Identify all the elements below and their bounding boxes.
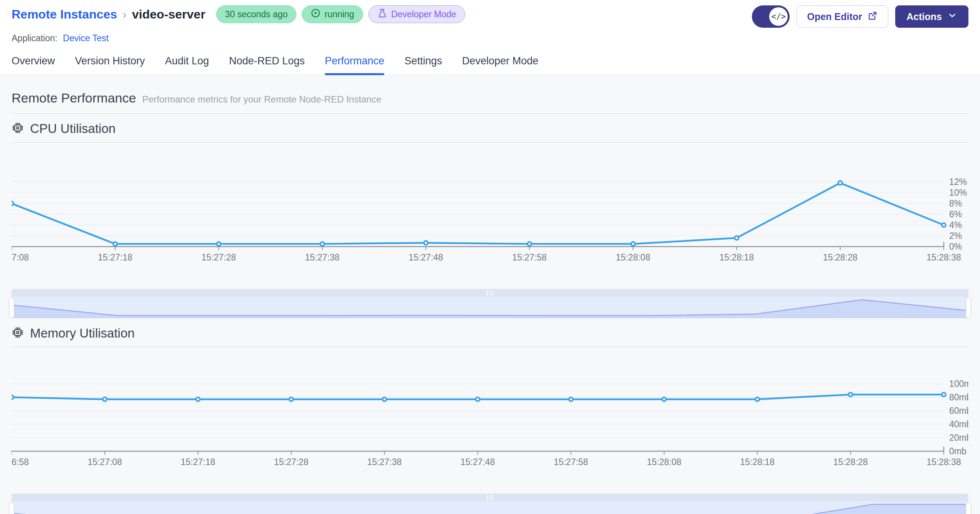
svg-text:15:28:08: 15:28:08 xyxy=(647,457,682,467)
grip-handle-icon xyxy=(487,291,488,296)
cpu-chip-icon xyxy=(12,122,24,136)
cpu-range-track[interactable] xyxy=(12,297,968,318)
grip-handle-icon xyxy=(489,291,491,296)
tab-performance[interactable]: Performance xyxy=(325,46,385,75)
memory-utilisation-chart: 15:26:5815:27:0815:27:1815:27:2815:27:38… xyxy=(12,351,968,467)
memory-section-header: Memory Utilisation xyxy=(12,326,968,341)
svg-text:15:27:28: 15:27:28 xyxy=(202,252,236,262)
svg-text:6%: 6% xyxy=(949,209,962,219)
memory-range-right-handle[interactable] xyxy=(966,502,971,514)
svg-text:15:28:38: 15:28:38 xyxy=(926,252,961,262)
instance-tabs: Overview Version History Audit Log Node-… xyxy=(0,46,980,75)
instance-header: Remote Instances › video-server 30 secon… xyxy=(0,0,980,46)
grip-handle-icon xyxy=(487,495,488,500)
cpu-section-header: CPU Utilisation xyxy=(12,121,968,136)
application-link[interactable]: Device Test xyxy=(63,33,108,43)
performance-panel: Remote Performance Performance metrics f… xyxy=(0,75,980,514)
memory-range-minimap xyxy=(12,501,968,514)
svg-text:100mb: 100mb xyxy=(949,379,968,389)
memory-range-drag-bar[interactable] xyxy=(12,494,968,501)
cpu-chart-range-slider[interactable] xyxy=(12,289,968,318)
svg-text:60mb: 60mb xyxy=(949,406,968,416)
svg-text:15:28:18: 15:28:18 xyxy=(740,457,775,467)
breadcrumb-remote-instances-link[interactable]: Remote Instances xyxy=(12,7,117,22)
svg-text:2%: 2% xyxy=(949,231,962,241)
developer-mode-toggle[interactable]: </> xyxy=(752,5,790,28)
svg-text:15:28:28: 15:28:28 xyxy=(823,252,857,262)
svg-text:15:28:38: 15:28:38 xyxy=(926,457,961,467)
page-title: Remote Performance xyxy=(12,91,136,106)
status-badges: 30 seconds ago running xyxy=(216,5,465,23)
tab-version-history[interactable]: Version History xyxy=(75,46,145,75)
tab-audit-log[interactable]: Audit Log xyxy=(165,46,209,75)
chevron-down-icon xyxy=(947,10,957,23)
svg-text:15:28:18: 15:28:18 xyxy=(719,252,754,262)
svg-text:15:27:58: 15:27:58 xyxy=(554,457,588,467)
svg-text:15:26:58: 15:26:58 xyxy=(12,457,29,467)
svg-text:8%: 8% xyxy=(949,198,962,208)
cpu-section-title: CPU Utilisation xyxy=(30,121,116,136)
svg-text:80mb: 80mb xyxy=(949,392,968,402)
memory-range-left-handle[interactable] xyxy=(9,502,14,514)
header-actions: </> Open Editor Actions xyxy=(752,5,968,28)
breadcrumb: Remote Instances › video-server xyxy=(12,7,205,22)
tab-settings[interactable]: Settings xyxy=(404,46,442,75)
application-label: Application: xyxy=(12,33,57,43)
svg-text:15:27:18: 15:27:18 xyxy=(181,457,215,467)
svg-text:15:27:58: 15:27:58 xyxy=(512,252,547,262)
play-circle-icon xyxy=(311,8,321,20)
divider xyxy=(12,113,968,114)
tab-node-red-logs[interactable]: Node-RED Logs xyxy=(229,46,305,75)
cpu-range-minimap xyxy=(12,297,968,318)
tab-overview[interactable]: Overview xyxy=(12,46,55,75)
cpu-utilisation-chart: 15:27:0815:27:1815:27:2815:27:3815:27:48… xyxy=(12,146,968,262)
memory-range-track[interactable] xyxy=(12,501,968,514)
divider xyxy=(12,142,968,143)
actions-button[interactable]: Actions xyxy=(895,5,968,28)
svg-text:0mb: 0mb xyxy=(949,446,967,456)
beaker-icon xyxy=(377,8,387,20)
memory-section-title: Memory Utilisation xyxy=(30,326,134,341)
tab-developer-mode[interactable]: Developer Mode xyxy=(462,46,538,75)
memory-chart-range-slider[interactable] xyxy=(12,494,968,514)
divider xyxy=(12,347,968,347)
svg-text:15:27:38: 15:27:38 xyxy=(305,252,340,262)
svg-text:15:28:28: 15:28:28 xyxy=(833,457,868,467)
svg-text:15:27:38: 15:27:38 xyxy=(367,457,402,467)
cpu-range-left-handle[interactable] xyxy=(9,297,14,318)
running-status-badge: running xyxy=(302,5,363,23)
svg-text:20mb: 20mb xyxy=(949,433,968,443)
developer-mode-badge: Developer Mode xyxy=(368,5,465,23)
svg-text:12%: 12% xyxy=(949,177,967,187)
svg-text:0%: 0% xyxy=(949,242,962,252)
last-seen-badge: 30 seconds ago xyxy=(216,5,296,23)
svg-text:15:28:08: 15:28:08 xyxy=(616,252,651,262)
page-subtitle: Performance metrics for your Remote Node… xyxy=(142,94,381,105)
grip-handle-icon xyxy=(492,495,493,500)
cpu-range-right-handle[interactable] xyxy=(966,297,971,318)
svg-text:40mb: 40mb xyxy=(949,419,968,429)
open-editor-button[interactable]: Open Editor xyxy=(797,5,888,28)
application-line: Application: Device Test xyxy=(12,33,968,46)
svg-text:15:27:48: 15:27:48 xyxy=(461,457,495,467)
breadcrumb-separator-icon: › xyxy=(123,7,127,22)
code-icon: </> xyxy=(769,7,788,26)
external-link-icon xyxy=(867,10,878,23)
svg-text:4%: 4% xyxy=(949,220,962,230)
cpu-range-drag-bar[interactable] xyxy=(12,289,968,297)
actions-button-label: Actions xyxy=(906,11,942,22)
grip-handle-icon xyxy=(492,291,493,296)
svg-text:15:27:08: 15:27:08 xyxy=(12,252,29,262)
open-editor-button-label: Open Editor xyxy=(807,11,862,22)
svg-text:15:27:08: 15:27:08 xyxy=(87,457,122,467)
instance-name: video-server xyxy=(132,7,205,22)
running-status-label: running xyxy=(324,9,354,20)
cpu-chip-icon xyxy=(12,326,24,340)
svg-text:10%: 10% xyxy=(949,188,967,198)
svg-text:15:27:28: 15:27:28 xyxy=(274,457,309,467)
svg-text:15:27:48: 15:27:48 xyxy=(408,252,443,262)
app-window: Remote Instances › video-server 30 secon… xyxy=(0,0,980,514)
developer-mode-badge-label: Developer Mode xyxy=(391,9,456,20)
grip-handle-icon xyxy=(489,495,491,500)
svg-text:15:27:18: 15:27:18 xyxy=(98,252,133,262)
